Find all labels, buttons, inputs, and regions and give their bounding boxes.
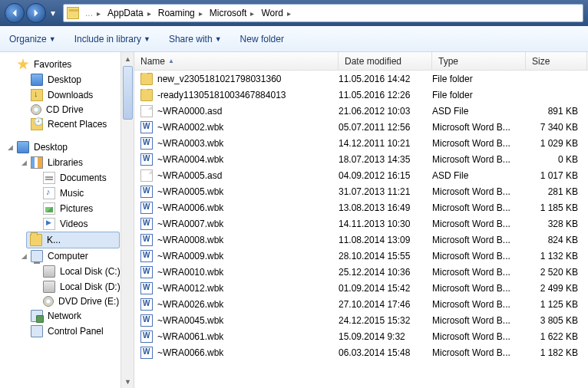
file-name: ~WRA0005.wbk bbox=[157, 186, 223, 197]
organize-menu[interactable]: Organize▼ bbox=[9, 34, 56, 44]
column-size[interactable]: Size bbox=[526, 52, 587, 70]
file-name: ~WRA0000.asd bbox=[157, 106, 222, 117]
table-row[interactable]: ~WRA0045.wbk24.12.2015 15:32Microsoft Wo… bbox=[134, 312, 588, 328]
file-name-cell: ~WRA0002.wbk bbox=[140, 121, 339, 133]
file-name-cell: ~WRA0004.wbk bbox=[140, 153, 339, 166]
table-row[interactable]: ~WRA0061.wbk15.09.2014 9:32Microsoft Wor… bbox=[134, 328, 588, 344]
address-bar[interactable]: ...▸ AppData▸ Roaming▸ Microsoft▸ Word▸ bbox=[63, 4, 583, 22]
back-button[interactable] bbox=[5, 3, 25, 23]
favorites-group[interactable]: Favorites bbox=[0, 57, 134, 72]
forward-button[interactable] bbox=[26, 3, 46, 23]
scroll-thumb[interactable] bbox=[123, 66, 133, 120]
file-name: ~WRA0004.wbk bbox=[157, 154, 223, 165]
sidebar-item-videos[interactable]: Videos bbox=[0, 216, 134, 232]
file-type-cell: ASD File bbox=[432, 170, 526, 181]
sidebar-item-recent[interactable]: Recent Places bbox=[0, 117, 134, 132]
drive-icon bbox=[43, 265, 55, 278]
wbk-icon bbox=[140, 186, 153, 198]
sidebar-item-control-panel[interactable]: Control Panel bbox=[0, 324, 134, 339]
table-row[interactable]: ~WRA0066.wbk06.03.2014 15:48Microsoft Wo… bbox=[134, 344, 588, 360]
file-size-cell: 7 340 KB bbox=[526, 122, 584, 133]
column-date[interactable]: Date modified bbox=[339, 52, 432, 70]
wbk-icon bbox=[140, 330, 153, 343]
file-type-cell: Microsoft Word B... bbox=[432, 235, 526, 245]
sidebar-item-dvd[interactable]: DVD Drive (E:) bbox=[0, 294, 134, 308]
file-date-cell: 05.07.2011 12:56 bbox=[339, 122, 432, 133]
file-name: ~WRA0066.wbk bbox=[157, 347, 223, 358]
file-size-cell: 1 182 KB bbox=[526, 347, 584, 358]
cd-icon bbox=[31, 104, 41, 115]
expand-icon[interactable]: ◢ bbox=[20, 252, 28, 260]
file-date-cell: 06.03.2014 15:48 bbox=[339, 347, 432, 358]
table-row[interactable]: ~WRA0004.wbk18.07.2013 14:35Microsoft Wo… bbox=[134, 151, 588, 167]
navigation-bar: ▾ ...▸ AppData▸ Roaming▸ Microsoft▸ Word… bbox=[0, 0, 588, 26]
folder-icon bbox=[30, 234, 42, 246]
file-size-cell: 1 185 KB bbox=[526, 202, 584, 213]
table-row[interactable]: ~WRA0008.wbk11.08.2014 13:09Microsoft Wo… bbox=[134, 232, 588, 248]
expand-icon[interactable]: ◢ bbox=[6, 143, 14, 151]
file-type-cell: File folder bbox=[432, 90, 526, 100]
file-name: ~WRA0008.wbk bbox=[157, 235, 223, 245]
file-date-cell: 04.09.2012 16:15 bbox=[339, 170, 432, 181]
desktop-group[interactable]: ◢Desktop bbox=[0, 140, 134, 155]
column-type[interactable]: Type bbox=[432, 52, 526, 70]
table-row[interactable]: ~WRA0010.wbk25.12.2014 10:36Microsoft Wo… bbox=[134, 264, 588, 280]
navigation-pane: Favorites Desktop Downloads CD Drive Rec… bbox=[0, 52, 134, 388]
breadcrumb[interactable]: Word▸ bbox=[259, 8, 296, 18]
file-name: ~WRA0045.wbk bbox=[157, 315, 223, 326]
column-name[interactable]: Name▲ bbox=[134, 52, 339, 70]
table-row[interactable]: ~WRA0007.wbk14.11.2013 10:30Microsoft Wo… bbox=[134, 215, 588, 232]
wbk-icon bbox=[140, 347, 153, 359]
history-dropdown[interactable]: ▾ bbox=[48, 4, 58, 22]
sidebar-item-music[interactable]: Music bbox=[0, 186, 134, 201]
file-type-cell: Microsoft Word B... bbox=[432, 267, 526, 278]
file-date-cell: 28.10.2014 15:55 bbox=[339, 251, 432, 261]
file-name-cell: ~WRA0061.wbk bbox=[140, 330, 339, 343]
file-name-cell: ~WRA0008.wbk bbox=[140, 234, 339, 246]
sidebar-item-network[interactable]: Network bbox=[0, 308, 134, 324]
share-menu[interactable]: Share with▼ bbox=[169, 34, 222, 44]
file-list: new_v23051810217980313​6011.05.2016 14:4… bbox=[134, 71, 588, 388]
new-folder-button[interactable]: New folder bbox=[240, 34, 284, 44]
videos-icon bbox=[43, 218, 55, 230]
pictures-icon bbox=[43, 202, 55, 215]
sidebar-item-drive-d[interactable]: Local Disk (D:) bbox=[0, 279, 134, 294]
table-row[interactable]: ~WRA0000.asd21.06.2012 10:03ASD File891 … bbox=[134, 103, 588, 119]
sidebar-item-cddrive[interactable]: CD Drive bbox=[0, 103, 134, 117]
file-type-cell: File folder bbox=[432, 74, 526, 84]
table-row[interactable]: ~WRA0009.wbk28.10.2014 15:55Microsoft Wo… bbox=[134, 248, 588, 264]
wbk-icon bbox=[140, 298, 153, 311]
file-date-cell: 27.10.2014 17:46 bbox=[339, 299, 432, 310]
sidebar-item-downloads[interactable]: Downloads bbox=[0, 87, 134, 103]
scroll-down-icon[interactable]: ▼ bbox=[121, 375, 134, 388]
include-library-menu[interactable]: Include in library▼ bbox=[74, 34, 150, 44]
sidebar-item-computer[interactable]: ◢Computer bbox=[0, 248, 134, 264]
file-type-cell: Microsoft Word B... bbox=[432, 315, 526, 326]
breadcrumb[interactable]: ...▸ bbox=[84, 8, 106, 18]
sidebar-item-documents[interactable]: Documents bbox=[0, 170, 134, 186]
computer-icon bbox=[31, 250, 43, 262]
scroll-up-icon[interactable]: ▲ bbox=[121, 52, 134, 65]
sidebar-item-pictures[interactable]: Pictures bbox=[0, 201, 134, 216]
file-size-cell: 2 499 KB bbox=[526, 283, 584, 294]
expand-icon[interactable]: ◢ bbox=[20, 159, 28, 166]
table-row[interactable]: ~WRA0026.wbk27.10.2014 17:46Microsoft Wo… bbox=[134, 296, 588, 312]
table-row[interactable]: ~WRA0002.wbk05.07.2011 12:56Microsoft Wo… bbox=[134, 119, 588, 135]
table-row[interactable]: -ready113051810034678​8401311.05.2016 12… bbox=[134, 87, 588, 103]
table-row[interactable]: ~WRA0005.wbk31.07.2013 11:21Microsoft Wo… bbox=[134, 183, 588, 199]
table-row[interactable]: new_v23051810217980313​6011.05.2016 14:4… bbox=[134, 71, 588, 87]
table-row[interactable]: ~WRA0006.wbk13.08.2013 16:49Microsoft Wo… bbox=[134, 199, 588, 215]
table-row[interactable]: ~WRA0012.wbk01.09.2014 15:42Microsoft Wo… bbox=[134, 280, 588, 296]
drive-icon bbox=[43, 281, 55, 293]
sidebar-scrollbar[interactable]: ▲ ▼ bbox=[121, 52, 134, 388]
sidebar-item-user[interactable]: K... bbox=[26, 232, 120, 248]
breadcrumb[interactable]: AppData▸ bbox=[106, 8, 157, 18]
sidebar-item-drive-c[interactable]: Local Disk (C:) bbox=[0, 264, 134, 279]
sidebar-item-desktop[interactable]: Desktop bbox=[0, 72, 134, 87]
breadcrumb[interactable]: Microsoft▸ bbox=[208, 8, 260, 18]
file-size-cell: 1 622 KB bbox=[526, 331, 584, 342]
table-row[interactable]: ~WRA0003.wbk14.12.2011 10:21Microsoft Wo… bbox=[134, 135, 588, 151]
sidebar-item-libraries[interactable]: ◢Libraries bbox=[0, 155, 134, 170]
breadcrumb[interactable]: Roaming▸ bbox=[157, 8, 208, 18]
table-row[interactable]: ~WRA0005.asd04.09.2012 16:15ASD File1 01… bbox=[134, 167, 588, 183]
